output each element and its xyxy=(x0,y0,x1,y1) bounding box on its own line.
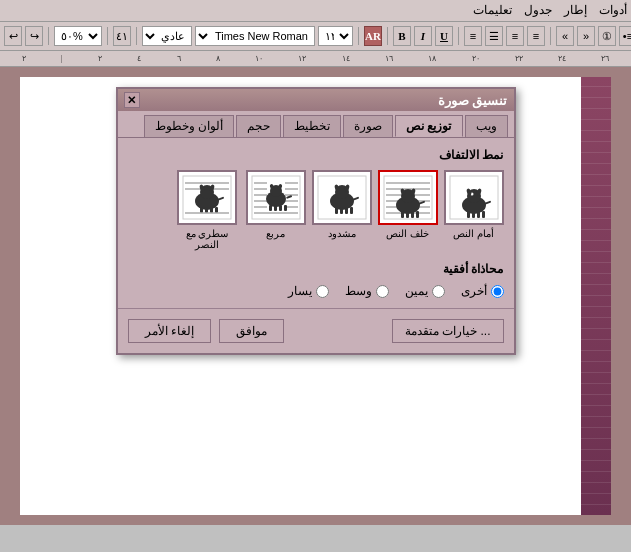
align-left-radio[interactable] xyxy=(316,285,329,298)
page-num-btn[interactable]: ٤١ xyxy=(113,26,131,46)
ar-lang-btn[interactable]: AR xyxy=(364,26,382,46)
align-right-radio[interactable] xyxy=(432,285,445,298)
align-left-option[interactable]: يسار xyxy=(288,284,329,298)
underline-button[interactable]: U xyxy=(435,26,453,46)
tab-size[interactable]: حجم xyxy=(236,115,281,137)
align-left-btn[interactable]: ≡ xyxy=(506,26,524,46)
font-name-select[interactable]: Times New Roman xyxy=(195,26,315,46)
tab-layout[interactable]: تخطيط xyxy=(283,115,341,137)
separator-2 xyxy=(107,27,108,45)
separator-4 xyxy=(358,27,359,45)
wrap-option-behind[interactable]: خلف النص xyxy=(378,170,438,250)
wrap-label-behind: خلف النص xyxy=(386,228,429,239)
tab-web[interactable]: ويب xyxy=(465,115,508,137)
svg-rect-77 xyxy=(200,207,203,213)
cancel-button[interactable]: إلغاء الأمر xyxy=(128,319,211,343)
wrap-icon-behind xyxy=(378,170,438,225)
svg-rect-37 xyxy=(416,211,419,218)
format-image-dialog: تنسيق صورة ✕ ويب توزيع نص صورة تخطيط حجم… xyxy=(116,87,516,355)
svg-rect-46 xyxy=(345,207,348,214)
align-other-radio[interactable] xyxy=(491,285,504,298)
menu-item-tools[interactable]: أدوات xyxy=(599,3,627,18)
tab-colors[interactable]: ألوان وخطوط xyxy=(144,115,234,137)
menu-item-help[interactable]: تعليمات xyxy=(473,3,512,18)
dialog-content: نمط الالتفاف xyxy=(118,137,514,308)
indent-inc-btn[interactable]: » xyxy=(577,26,595,46)
bold-button[interactable]: B xyxy=(393,26,411,46)
dialog-title: تنسيق صورة xyxy=(438,93,508,108)
toolbar-row-1: ↩ ↪ ٥٠% ٤١ عادي Times New Roman ١٢ AR B … xyxy=(0,22,631,50)
justify-btn[interactable]: ≡ xyxy=(527,26,545,46)
main-content-area: تنسيق صورة ✕ ويب توزيع نص صورة تخطيط حجم… xyxy=(0,67,631,525)
tab-picture[interactable]: صورة xyxy=(343,115,393,137)
ruler: ۲٦۲٤۲۲۲۰۱۸۱٦۱٤۱۲۱۰۸٦٤۲|۲ xyxy=(0,51,631,67)
bullets-btn[interactable]: •≡ xyxy=(619,26,631,46)
align-center-label: وسط xyxy=(345,284,372,298)
separator-1 xyxy=(48,27,49,45)
wrap-icon-infront xyxy=(177,170,237,225)
dialog-tabs: ويب توزيع نص صورة تخطيط حجم ألوان وخطوط xyxy=(118,111,514,137)
font-size-select[interactable]: ١٢ xyxy=(318,26,353,46)
svg-rect-67 xyxy=(279,205,282,211)
menu-item-table[interactable]: جدول xyxy=(524,3,552,18)
separator-7 xyxy=(550,27,551,45)
indent-dec-btn[interactable]: « xyxy=(556,26,574,46)
svg-rect-78 xyxy=(205,207,208,213)
align-center-btn[interactable]: ☰ xyxy=(485,26,503,46)
menu-item-frame[interactable]: إطار xyxy=(564,3,587,18)
separator-3 xyxy=(136,27,137,45)
wrap-option-infront[interactable]: سطري مع النصر xyxy=(175,170,240,250)
ruler-marks: ۲٦۲٤۲۲۲۰۱۸۱٦۱٤۱۲۱۰۸٦٤۲|۲ xyxy=(4,54,627,63)
svg-rect-44 xyxy=(335,207,338,214)
align-left-label: يسار xyxy=(288,284,312,298)
h-align-radio-group: أخرى يمين وسط يسار xyxy=(128,284,504,298)
align-other-label: أخرى xyxy=(461,284,487,298)
align-right-btn[interactable]: ≡ xyxy=(464,26,482,46)
separator-6 xyxy=(458,27,459,45)
svg-rect-36 xyxy=(411,211,414,218)
ok-button[interactable]: موافق xyxy=(219,319,284,343)
dialog-overlay: تنسيق صورة ✕ ويب توزيع نص صورة تخطيط حجم… xyxy=(0,67,631,525)
wrap-label-tight: مشدود xyxy=(328,228,356,239)
style-select[interactable]: عادي xyxy=(142,26,192,46)
svg-rect-79 xyxy=(210,207,213,213)
wrap-pattern-title: نمط الالتفاف xyxy=(128,148,504,162)
svg-rect-35 xyxy=(406,211,409,218)
redo-button[interactable]: ↪ xyxy=(25,26,43,46)
wrap-label-inline: أمام النص xyxy=(453,228,494,239)
svg-rect-65 xyxy=(269,205,272,211)
wrap-option-square[interactable]: مربع xyxy=(246,170,306,250)
advanced-options-button[interactable]: ... خيارات متقدمة xyxy=(392,319,504,343)
dialog-footer: ... خيارات متقدمة موافق إلغاء الأمر xyxy=(118,308,514,353)
align-right-option[interactable]: يمين xyxy=(405,284,445,298)
svg-rect-20 xyxy=(477,211,480,218)
svg-rect-80 xyxy=(215,207,218,213)
wrap-label-infront: سطري مع النصر xyxy=(175,228,240,250)
dialog-titlebar: تنسيق صورة ✕ xyxy=(118,89,514,111)
svg-rect-45 xyxy=(340,207,343,214)
align-other-option[interactable]: أخرى xyxy=(461,284,504,298)
undo-button[interactable]: ↩ xyxy=(4,26,22,46)
wrap-icon-square xyxy=(246,170,306,225)
horizontal-align-section: محاذاة أفقية أخرى يمين وسط xyxy=(128,262,504,298)
separator-5 xyxy=(387,27,388,45)
italic-button[interactable]: I xyxy=(414,26,432,46)
wrap-option-tight[interactable]: مشدود xyxy=(312,170,372,250)
wrap-icon-inline xyxy=(444,170,504,225)
menubar: أدوات إطار جدول تعليمات xyxy=(0,0,631,22)
align-right-label: يمين xyxy=(405,284,428,298)
align-center-radio[interactable] xyxy=(376,285,389,298)
wrap-option-inline[interactable]: أمام النص xyxy=(444,170,504,250)
tab-wrap[interactable]: توزيع نص xyxy=(395,115,462,137)
align-center-option[interactable]: وسط xyxy=(345,284,389,298)
toolbar-area: ↩ ↪ ٥٠% ٤١ عادي Times New Roman ١٢ AR B … xyxy=(0,22,631,51)
numbering-btn[interactable]: ① xyxy=(598,26,616,46)
svg-rect-18 xyxy=(467,211,470,218)
svg-rect-19 xyxy=(472,211,475,218)
zoom-select[interactable]: ٥٠% xyxy=(54,26,102,46)
svg-rect-66 xyxy=(274,205,277,211)
action-buttons: موافق إلغاء الأمر xyxy=(128,319,284,343)
svg-rect-21 xyxy=(482,211,485,218)
wrap-options: أمام النص xyxy=(128,170,504,250)
dialog-close-button[interactable]: ✕ xyxy=(124,92,140,108)
